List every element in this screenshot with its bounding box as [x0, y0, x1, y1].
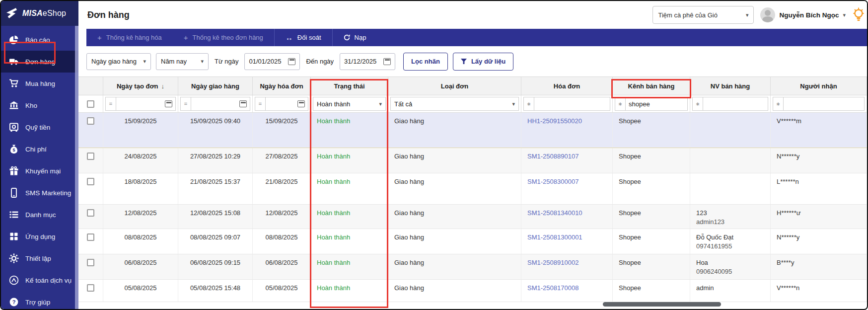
operator-equals-button[interactable]: =	[255, 97, 266, 111]
column-header-channel[interactable]: Kênh bán hàng	[613, 77, 690, 95]
table-row[interactable]: 06/08/2025 06/08/2025 09:15 06/08/2025 H…	[78, 254, 867, 280]
horizontal-scrollbar[interactable]	[603, 302, 721, 307]
cell-status: Hoàn thành	[311, 113, 388, 148]
cell-invoiced: 27/08/2025	[253, 148, 311, 173]
sort-desc-icon[interactable]: ↓	[161, 82, 165, 90]
invoice-link[interactable]: SM1-2508170008	[527, 284, 579, 292]
sidebar-item-chi-phi[interactable]: $ Chi phí	[1, 138, 78, 160]
order-type-filter-select[interactable]: Tất cả▾	[390, 97, 519, 111]
sidebar-item-khuyen-mai[interactable]: Khuyến mại	[1, 160, 78, 182]
sidebar-item-thiet-lap[interactable]: Thiết lập	[1, 247, 78, 269]
operator-equals-button[interactable]: =	[105, 97, 116, 111]
row-checkbox[interactable]	[87, 153, 94, 160]
table-row[interactable]: 05/08/2025 05/08/2025 15:48 05/08/2025 H…	[78, 280, 867, 302]
operator-contains-button[interactable]: ∗	[773, 97, 784, 111]
cell-created: 18/08/2025	[103, 173, 178, 204]
stats-orders-button[interactable]: + Thống kê theo đơn hàng	[173, 29, 274, 46]
sidebar-item-bao-cao[interactable]: Báo cáo	[1, 29, 78, 51]
column-header-status[interactable]: Trạng thái	[311, 77, 388, 95]
cell-created: 12/08/2025	[103, 205, 178, 229]
filter-order-type-cell: Tất cả▾	[388, 95, 521, 112]
row-checkbox[interactable]	[87, 178, 94, 185]
sidebar-item-sms-marketing[interactable]: SMS Marketing	[1, 182, 78, 204]
column-header-checkbox	[78, 77, 103, 95]
sidebar-item-label: Kho	[25, 102, 37, 109]
get-data-button[interactable]: Lấy dữ liệu	[453, 53, 513, 71]
calendar-icon[interactable]	[297, 100, 305, 107]
store-selector[interactable]: Tiệm cà phê của Gió ▾	[652, 6, 754, 24]
table-row[interactable]: 15/09/2025 15/09/2025 09:40 15/09/2025 H…	[78, 113, 867, 148]
column-header-invoice[interactable]: Hóa đơn	[521, 77, 613, 95]
safe-icon	[8, 122, 19, 133]
table-row[interactable]: 08/08/2025 08/08/2025 09:07 08/08/2025 H…	[78, 229, 867, 254]
app-logo[interactable]: MISAeShop	[1, 1, 78, 26]
calendar-icon[interactable]	[383, 58, 391, 65]
table-body: 15/09/2025 15/09/2025 09:40 15/09/2025 H…	[78, 113, 867, 302]
to-date-field[interactable]	[340, 53, 395, 70]
row-checkbox[interactable]	[87, 209, 94, 217]
cell-invoiced: 05/08/2025	[253, 280, 311, 302]
sidebar-item-tro-giup[interactable]: ? Trợ giúp	[1, 291, 78, 310]
invoice-link[interactable]: SM1-2508300007	[527, 178, 579, 185]
period-preset-select[interactable]: Năm nay▾	[156, 53, 209, 70]
sidebar-scrollbar[interactable]	[75, 26, 78, 309]
filter-delivery-input[interactable]	[194, 100, 239, 108]
sidebar-item-ung-dung[interactable]: Ứng dụng	[1, 226, 78, 247]
invoice-link[interactable]: HH1-25091550020	[527, 117, 582, 125]
table-row[interactable]: 24/08/2025 27/08/2025 10:29 27/08/2025 H…	[78, 148, 867, 173]
to-date-input[interactable]	[344, 58, 383, 65]
filter-invoice-input[interactable]	[537, 100, 607, 108]
table-row[interactable]: 12/08/2025 12/08/2025 15:08 12/08/2025 H…	[78, 205, 867, 229]
invoice-link[interactable]: SM1-25081300001	[527, 233, 582, 241]
column-header-invoice-date[interactable]: Ngày hóa đơn	[253, 77, 311, 95]
invoice-link[interactable]: SM1-2508910002	[527, 259, 579, 266]
calendar-icon[interactable]	[165, 100, 172, 107]
from-date-input[interactable]	[249, 58, 288, 65]
svg-text:$: $	[12, 148, 15, 153]
calendar-icon[interactable]	[288, 58, 295, 65]
column-header-delivery[interactable]: Ngày giao hàng	[178, 77, 253, 95]
row-checkbox[interactable]	[87, 233, 94, 241]
from-date-field[interactable]	[244, 53, 300, 70]
chevron-down-icon: ▾	[512, 101, 515, 107]
column-header-receiver[interactable]: Người nhận	[771, 77, 867, 95]
filter-invoice-date-input[interactable]	[269, 100, 297, 108]
user-menu[interactable]: Nguyễn Bích Ngọc ▾	[760, 7, 846, 22]
cell-order-type: Giao hàng	[388, 113, 521, 148]
period-field-select[interactable]: Ngày giao hàng▾	[86, 53, 151, 70]
row-checkbox[interactable]	[87, 117, 94, 125]
cell-checkbox	[78, 205, 103, 229]
operator-contains-button[interactable]: ∗	[523, 97, 534, 111]
reconcile-button[interactable]: ↔ Đối soát	[274, 29, 332, 46]
filter-receiver-input[interactable]	[787, 100, 861, 108]
operator-contains-button[interactable]: ∗	[692, 97, 703, 111]
filter-tags-button[interactable]: Lọc nhãn	[403, 53, 448, 71]
sidebar-item-don-hang[interactable]: Đơn hàng	[1, 51, 78, 73]
column-header-created[interactable]: Ngày tạo đơn↓	[103, 77, 178, 95]
cell-status: Hoàn thành	[311, 280, 388, 302]
tips-bulb-icon[interactable]	[852, 7, 865, 22]
sidebar-item-quy-tien[interactable]: Quỹ tiền	[1, 116, 78, 138]
invoice-link[interactable]: SM1-25081340010	[527, 209, 582, 217]
filter-staff-input[interactable]	[706, 100, 765, 108]
reload-button[interactable]: Nạp	[332, 29, 377, 46]
row-checkbox[interactable]	[87, 284, 94, 292]
column-header-order-type[interactable]: Loại đơn	[388, 77, 521, 95]
status-filter-select[interactable]: Hoàn thành▾	[313, 97, 386, 111]
sidebar-item-mua-hang[interactable]: Mua hàng	[1, 73, 78, 94]
select-all-checkbox[interactable]	[87, 100, 94, 108]
sidebar-item-ke-toan-dich-vu[interactable]: Kế toán dịch vụ	[1, 269, 78, 291]
operator-contains-button[interactable]: ∗	[615, 97, 626, 111]
sidebar-item-kho[interactable]: Kho	[1, 94, 78, 116]
operator-equals-button[interactable]: =	[180, 97, 191, 111]
row-checkbox[interactable]	[87, 259, 94, 266]
stats-products-button[interactable]: + Thống kê hàng hóa	[86, 29, 173, 46]
sidebar-item-danh-muc[interactable]: Danh mục	[1, 204, 78, 226]
invoice-link[interactable]: SM1-2508890107	[527, 153, 579, 160]
filter-bar: Ngày giao hàng▾ Năm nay▾ Từ ngày Đến ngà…	[78, 46, 867, 77]
table-row[interactable]: 18/08/2025 21/08/2025 15:37 21/08/2025 H…	[78, 173, 867, 205]
filter-created-input[interactable]	[119, 100, 165, 108]
filter-channel-input[interactable]	[629, 100, 684, 108]
calendar-icon[interactable]	[239, 100, 247, 107]
column-header-staff[interactable]: NV bán hàng	[690, 77, 771, 95]
